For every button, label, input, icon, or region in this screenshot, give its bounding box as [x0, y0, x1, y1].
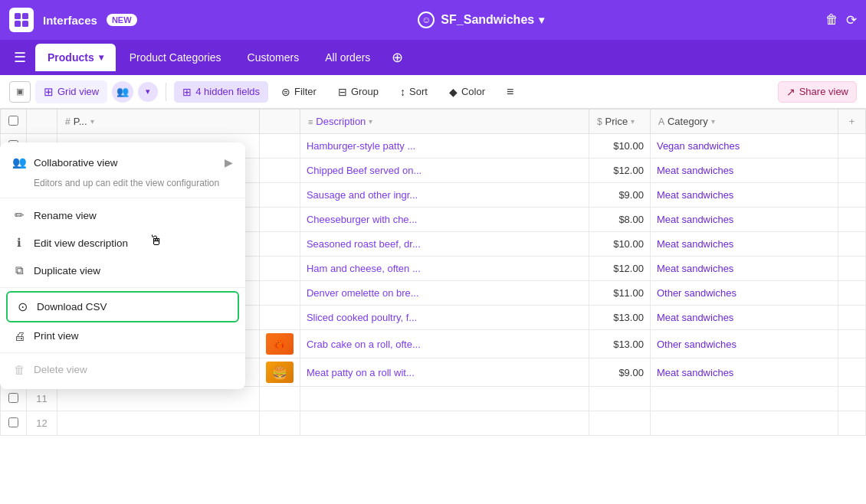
- row-price: $12.00: [589, 159, 650, 183]
- row-expand[interactable]: [838, 306, 866, 330]
- dropdown-download-csv[interactable]: ⊙ Download CSV: [6, 291, 239, 322]
- view-options-button[interactable]: 👥: [112, 81, 133, 103]
- row-checkbox-cell[interactable]: [1, 387, 27, 411]
- dropdown-duplicate-view[interactable]: ⧉ Duplicate view: [0, 257, 245, 284]
- row-image-cell: [259, 183, 300, 208]
- row-price: [589, 387, 650, 411]
- row-expand[interactable]: [838, 411, 866, 436]
- hamburger-menu[interactable]: ☰: [6, 44, 34, 70]
- row-image-cell: 🍔: [259, 358, 300, 387]
- row-price: $13.00: [589, 306, 650, 330]
- col-desc-sort-icon: ▾: [369, 117, 372, 126]
- row-price: $10.00: [589, 232, 650, 257]
- row-checkbox[interactable]: [8, 417, 18, 427]
- row-description: Cheeseburger with che...: [300, 208, 589, 232]
- filter-icon: ⊜: [281, 86, 290, 98]
- dropdown-delete-view[interactable]: 🗑 Delete view: [0, 356, 245, 383]
- dropdown-print-view[interactable]: 🖨 Print view: [0, 322, 245, 349]
- row-checkbox[interactable]: [8, 393, 18, 403]
- nav-bar: ☰ Products ▾ Product Categories Customer…: [0, 40, 866, 75]
- col-header-add[interactable]: +: [838, 110, 866, 134]
- row-category: [650, 411, 838, 436]
- divider-1: [166, 83, 166, 101]
- group-button[interactable]: ⊟ Group: [330, 81, 387, 103]
- more-button[interactable]: ≡: [498, 80, 522, 103]
- row-expand[interactable]: [838, 358, 866, 387]
- tab-products[interactable]: Products ▾: [35, 44, 116, 71]
- row-expand[interactable]: [838, 281, 866, 306]
- row-number: 12: [27, 411, 57, 436]
- sidebar-toggle[interactable]: ▣: [9, 81, 31, 103]
- col-header-desc[interactable]: ≡ Description ▾: [300, 110, 589, 134]
- row-description: Seasoned roast beef, dr...: [300, 232, 589, 257]
- col-header-name[interactable]: # P... ▾: [57, 110, 260, 134]
- add-tab-button[interactable]: ⊕: [384, 46, 411, 69]
- col-header-img: [259, 110, 300, 134]
- share-view-button[interactable]: ↗ Share view: [778, 81, 857, 103]
- row-expand[interactable]: [838, 134, 866, 159]
- hash-icon: #: [65, 116, 71, 127]
- trash-icon[interactable]: 🗑: [825, 12, 838, 28]
- row-description: Ham and cheese, often ...: [300, 257, 589, 281]
- dollar-icon: $: [597, 116, 602, 127]
- row-category: Meat sandwiches: [650, 257, 838, 281]
- row-price: $10.00: [589, 134, 650, 159]
- row-category: Other sandwiches: [650, 281, 838, 306]
- tab-all-orders[interactable]: All orders: [313, 44, 382, 71]
- tab-customers[interactable]: Customers: [235, 44, 312, 71]
- row-category: Other sandwiches: [650, 330, 838, 358]
- row-image-cell: [259, 257, 300, 281]
- sort-icon: ↕: [400, 86, 405, 98]
- row-price: $9.00: [589, 358, 650, 387]
- select-all-checkbox[interactable]: [8, 116, 18, 126]
- row-expand[interactable]: [838, 257, 866, 281]
- row-price: $13.00: [589, 330, 650, 358]
- color-icon: ◆: [449, 86, 458, 98]
- col-header-rownum: [27, 110, 57, 134]
- row-description: Crab cake on a roll, ofte...: [300, 330, 589, 358]
- grid-view-button[interactable]: ⊞ Grid view: [35, 80, 107, 103]
- row-expand[interactable]: [838, 159, 866, 183]
- row-description: [300, 387, 589, 411]
- view-dropdown-button[interactable]: ▾: [138, 82, 158, 102]
- sort-button[interactable]: ↕ Sort: [392, 81, 436, 103]
- row-image-cell: [259, 232, 300, 257]
- text-a-icon: A: [658, 116, 664, 127]
- col-header-price[interactable]: $ Price ▾: [589, 110, 650, 134]
- dropdown-rename-view[interactable]: ✏ Rename view: [0, 201, 245, 229]
- row-expand[interactable]: [838, 208, 866, 232]
- col-header-checkbox[interactable]: [1, 110, 27, 134]
- color-button[interactable]: ◆ Color: [441, 81, 494, 103]
- row-category: Meat sandwiches: [650, 232, 838, 257]
- row-description: Denver omelette on bre...: [300, 281, 589, 306]
- hidden-fields-button[interactable]: ⊞ 4 hidden fields: [174, 81, 268, 103]
- row-image-cell: [259, 208, 300, 232]
- row-price: $8.00: [589, 208, 650, 232]
- separator-2: [0, 287, 245, 288]
- collaborative-icon: 👥: [12, 155, 26, 169]
- arrow-right-icon: ▶: [225, 156, 233, 169]
- row-checkbox-cell[interactable]: [1, 411, 27, 436]
- col-cat-sort-icon: ▾: [711, 117, 715, 126]
- svg-rect-1: [22, 13, 28, 19]
- row-price: $11.00: [589, 281, 650, 306]
- row-category: Meat sandwiches: [650, 358, 838, 387]
- history-icon[interactable]: ⟳: [846, 12, 857, 28]
- text-icon: ≡: [308, 117, 313, 126]
- row-expand[interactable]: [838, 330, 866, 358]
- row-number: 11: [27, 387, 57, 411]
- separator-3: [0, 352, 245, 353]
- group-icon: ⊟: [338, 86, 347, 98]
- workspace-name[interactable]: SF_Sandwiches ▾: [441, 13, 544, 27]
- dropdown-collaborative-view[interactable]: 👥 Collaborative view ▶: [0, 149, 245, 176]
- row-expand[interactable]: [838, 387, 866, 411]
- row-expand[interactable]: [838, 232, 866, 257]
- row-category: [650, 387, 838, 411]
- row-description: [300, 411, 589, 436]
- col-header-cat[interactable]: A Category ▾: [650, 110, 838, 134]
- filter-button[interactable]: ⊜ Filter: [273, 81, 325, 103]
- dropdown-edit-description[interactable]: ℹ Edit view description: [0, 229, 245, 257]
- tab-product-categories[interactable]: Product Categories: [117, 44, 234, 71]
- row-expand[interactable]: [838, 183, 866, 208]
- app-logo[interactable]: [9, 8, 34, 32]
